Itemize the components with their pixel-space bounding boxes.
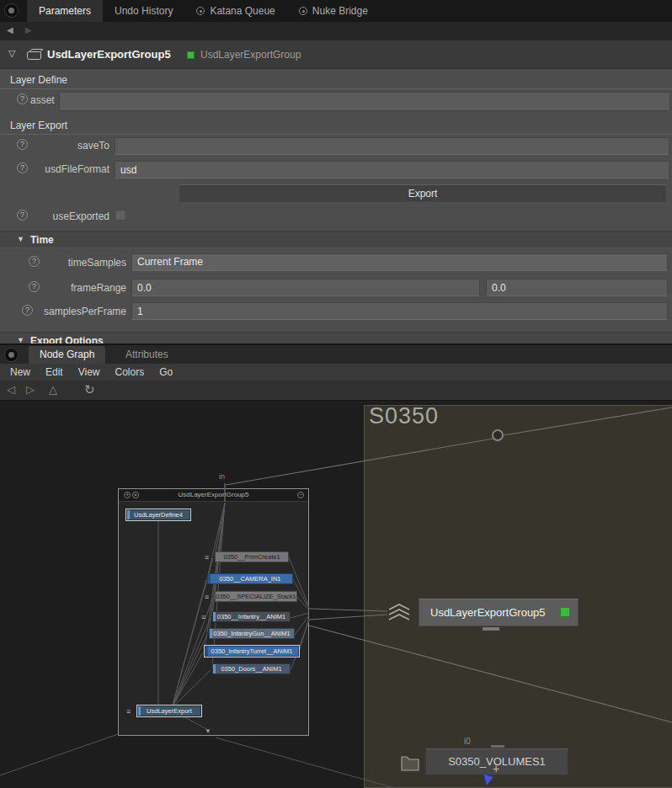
stack-lines-icon: ≡ <box>126 707 131 716</box>
section-layer-define: Layer Define <box>0 71 672 89</box>
pane-menu-icon[interactable] <box>4 348 19 362</box>
usdfileformat-input[interactable] <box>115 161 669 178</box>
tab-label: Undo History <box>115 5 173 17</box>
node-output-port[interactable] <box>483 627 499 631</box>
asset-input[interactable] <box>59 92 670 109</box>
help-icon[interactable]: ? <box>17 139 28 150</box>
node-name: UsdLayerExportGroup5 <box>47 48 171 61</box>
graph-node-infantryturret-anim1[interactable]: 0350_InfantryTurret__ANIM1 <box>205 646 299 657</box>
graph-wires <box>0 401 672 788</box>
i0-port-label: i0 <box>464 737 471 746</box>
help-icon[interactable]: ? <box>22 305 33 316</box>
output-port[interactable] <box>492 429 504 441</box>
timesamples-dropdown[interactable]: Current Frame <box>131 253 668 271</box>
node-status-square <box>560 607 570 617</box>
help-icon[interactable]: ? <box>17 210 28 221</box>
tab-label: Parameters <box>39 5 91 17</box>
pane-menu-icon[interactable] <box>4 3 19 18</box>
tab-parameters[interactable]: Parameters <box>27 0 103 22</box>
section-label: Layer Export <box>10 120 67 131</box>
graph-back-icon[interactable]: ◁ <box>7 383 15 396</box>
framerange-label: frameRange <box>42 282 126 294</box>
graph-node-doors-anim1[interactable]: 0350_Doors__ANIM1 <box>212 663 291 674</box>
expander-icon[interactable]: ▽ <box>8 48 15 59</box>
graph-node-primcreate1[interactable]: 0350__PrimCreate1 <box>215 551 289 562</box>
history-back-icon[interactable]: ◀ <box>7 25 13 35</box>
history-forward-icon[interactable]: ▶ <box>25 25 32 35</box>
graph-node-camera-in1[interactable]: 0350__CAMERA_IN1 <box>207 573 293 584</box>
samplesperframe-label: samplesPerFrame <box>34 306 126 317</box>
menu-new[interactable]: New <box>3 366 38 378</box>
tab-undo-history[interactable]: Undo History <box>103 0 184 22</box>
time-group-header[interactable]: ▼ Time <box>0 231 672 248</box>
katana-window: Parameters Undo History Katana Queue Nuk… <box>0 0 672 788</box>
sync-icon[interactable]: ↻ <box>84 382 95 397</box>
export-button[interactable]: Export <box>179 184 667 203</box>
saveto-input[interactable] <box>115 137 669 155</box>
help-icon[interactable]: ? <box>29 256 40 267</box>
menu-go[interactable]: Go <box>152 366 180 378</box>
section-layer-export: Layer Export <box>0 116 672 135</box>
framerange-start-input[interactable] <box>131 279 480 296</box>
tab-attributes[interactable]: Attributes <box>115 346 179 364</box>
group-label: Time <box>30 234 54 246</box>
main-node-usdlayerexportgroup5[interactable]: UsdLayerExportGroup5 <box>419 599 579 626</box>
help-icon[interactable]: ? <box>17 93 28 104</box>
tab-katana-queue[interactable]: Katana Queue <box>184 0 286 22</box>
graph-node-infantry-anim1[interactable]: 0350__Infantry__ANIM1 <box>212 611 291 622</box>
panel-tabs: Parameters Undo History Katana Queue Nuk… <box>27 0 380 22</box>
parameters-tabbar: Parameters Undo History Katana Queue Nuk… <box>0 0 672 22</box>
parameter-history-bar: ◀ ▶ <box>0 22 672 40</box>
samplesperframe-input[interactable] <box>131 302 668 320</box>
node-parameter-header: ▽ UsdLayerExportGroup5 UsdLayerExportGro… <box>0 40 672 69</box>
menu-colors[interactable]: Colors <box>108 366 152 378</box>
tab-label: Katana Queue <box>210 5 275 17</box>
nodegraph-toolbar: ◁ ▷ △ ↻ <box>0 381 672 401</box>
folder-icon <box>399 750 421 774</box>
graph-forward-icon[interactable]: ▷ <box>26 383 35 396</box>
queue-icon <box>196 7 205 15</box>
drop-cursor-icon <box>482 774 495 787</box>
asset-label: asset <box>30 94 55 106</box>
stack-lines-icon: ≡ <box>205 593 209 601</box>
tab-nuke-bridge[interactable]: Nuke Bridge <box>287 0 380 22</box>
usdfileformat-label: usdFileFormat <box>30 163 109 175</box>
node-label: UsdLayerExportGroup5 <box>430 599 546 626</box>
graph-node-infantrygun-anim1[interactable]: 0350_InfantryGun__ANIM1 <box>209 628 295 639</box>
stack-lines-icon: ≡ <box>205 553 209 562</box>
in-port-label: in <box>219 472 225 481</box>
framerange-end-input[interactable] <box>486 279 668 296</box>
section-label: Layer Define <box>10 74 67 86</box>
node-status-square <box>187 51 195 59</box>
help-icon[interactable]: ? <box>17 162 28 173</box>
menu-view[interactable]: View <box>71 366 108 378</box>
help-icon[interactable]: ? <box>29 281 40 292</box>
group-expander-icon[interactable]: ▼ <box>17 235 24 243</box>
useexported-label: useExported <box>30 210 109 222</box>
nodegraph-menubar: New Edit View Colors Go <box>0 364 672 381</box>
graph-up-icon[interactable]: △ <box>49 383 57 396</box>
graph-node-usdlayerdefine4[interactable]: UsdLayerDefine4 <box>126 509 190 520</box>
tab-label: Nuke Bridge <box>312 5 368 17</box>
nuke-icon <box>299 7 307 15</box>
layers-icon <box>386 600 413 626</box>
tab-node-graph[interactable]: Node Graph <box>29 346 105 364</box>
menu-edit[interactable]: Edit <box>38 366 71 378</box>
stack-lines-icon: ≡ <box>201 613 205 621</box>
group-node-icon <box>25 48 44 61</box>
group-out-port-icon[interactable]: ▼ <box>205 727 211 735</box>
graph-node-usdlayerexport[interactable]: UsdLayerExport <box>137 705 201 716</box>
node-input-port[interactable] <box>491 745 504 748</box>
nodegraph-canvas[interactable]: S0350 UsdLayerExportGroup5 + • − <box>0 401 672 788</box>
node-type: UsdLayerExportGroup <box>200 49 301 61</box>
useexported-checkbox[interactable] <box>115 209 126 221</box>
saveto-label: saveTo <box>30 140 109 152</box>
timesamples-label: timeSamples <box>42 257 126 269</box>
graph-node-specialize-stack1[interactable]: 0350__SPECIALIZE_Stack1 <box>215 591 297 602</box>
